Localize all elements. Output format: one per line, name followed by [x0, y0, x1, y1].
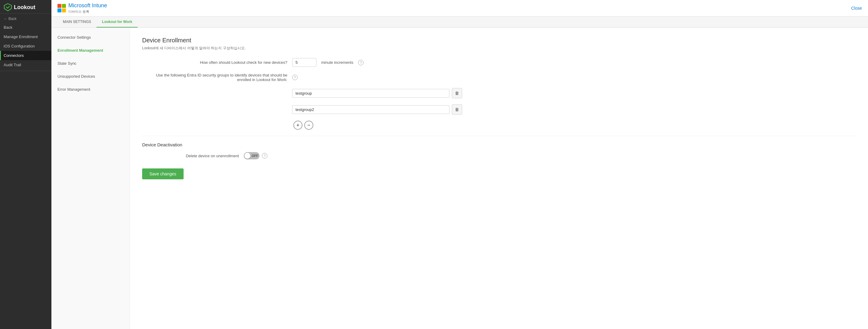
security-groups-help-icon[interactable]: ?: [292, 75, 298, 80]
sidebar: Lookout ← Back Back Manage Enrollment iO…: [0, 0, 52, 329]
check-frequency-help-icon[interactable]: ?: [358, 60, 364, 65]
group1-input[interactable]: [292, 89, 450, 98]
microsoft-logo: Microsoft Intune 디바이스 등록: [58, 2, 107, 14]
sub-nav: MAIN SETTINGS Lookout for Work: [52, 17, 868, 28]
add-group-button[interactable]: +: [293, 121, 303, 130]
sidebar-item-label: iOS Configuration: [4, 44, 35, 48]
header-ms-title: Microsoft Intune: [68, 2, 107, 9]
add-remove-row: + −: [293, 121, 856, 130]
group1-row: 🗑: [142, 88, 856, 98]
toggle-container: OFF ?: [244, 152, 267, 159]
form-area: Device Enrollment Lookout에 새 디바이스에서 어떻게 …: [130, 28, 868, 329]
sub-nav-main-settings[interactable]: MAIN SETTINGS: [58, 17, 96, 28]
ms-sq-blue: [58, 8, 61, 12]
sidebar-item-label: Manage Enrollment: [4, 34, 38, 39]
content-area: Connector Settings Enrollment Management…: [52, 28, 868, 329]
security-groups-label-row: Use the following Entra ID security grou…: [142, 73, 856, 82]
sidebar-item-label: Connectors: [4, 53, 24, 58]
header-subtitle: 디바이스 등록: [68, 9, 107, 14]
back-label: Back: [8, 17, 17, 21]
sidebar-logo: Lookout: [0, 0, 52, 13]
main-content: Microsoft Intune 디바이스 등록 Close MAIN SETT…: [52, 0, 868, 329]
group2-row: 🗑: [142, 104, 856, 114]
sidebar-item-device-groups[interactable]: Back: [0, 23, 52, 32]
top-header: Microsoft Intune 디바이스 등록 Close: [52, 0, 868, 17]
ms-squares-icon: [58, 4, 66, 12]
ms-sq-red: [58, 4, 61, 8]
device-deactivation-heading: Device Deactivation: [142, 142, 856, 147]
toggle-knob: [244, 153, 250, 159]
section-divider: [142, 136, 856, 136]
form-title: Device Enrollment: [142, 37, 856, 44]
ms-sq-yellow: [62, 8, 66, 12]
svg-marker-0: [4, 4, 11, 11]
save-changes-button[interactable]: Save changes: [142, 168, 184, 179]
sidebar-item-label: Audit Trail: [4, 63, 21, 67]
sidebar-back-button[interactable]: ← Back: [0, 15, 52, 23]
form-description: Lookout에 새 디바이스에서 어떻게 알려야 하는지 구성하십시오.: [142, 46, 354, 51]
sidebar-item-audit-trail[interactable]: Audit Trail: [0, 60, 52, 70]
side-menu-error-management[interactable]: Error Management: [52, 83, 130, 96]
delete-device-row: Delete device on unenrollment OFF ?: [142, 152, 856, 159]
sidebar-item-manage-enrollment[interactable]: Manage Enrollment: [0, 32, 52, 41]
toggle-state-label: OFF: [252, 154, 258, 158]
check-frequency-row: How often should Lookout check for new d…: [142, 58, 856, 67]
delete-device-label: Delete device on unenrollment: [142, 154, 239, 158]
sidebar-nav-section: ← Back Back Manage Enrollment iOS Config…: [0, 13, 52, 71]
delete-device-help-icon[interactable]: ?: [262, 153, 267, 159]
check-frequency-label: How often should Lookout check for new d…: [142, 60, 287, 65]
header-left: Microsoft Intune 디바이스 등록: [58, 2, 107, 14]
group1-delete-button[interactable]: 🗑: [452, 88, 462, 98]
logo-brand: Lookout: [4, 3, 48, 11]
delete-device-toggle[interactable]: OFF: [244, 152, 259, 159]
header-title-block: Microsoft Intune 디바이스 등록: [68, 2, 107, 14]
sidebar-item-ios-config[interactable]: iOS Configuration: [0, 41, 52, 51]
group2-input-container: 🗑: [292, 104, 462, 114]
side-menu-connector-settings[interactable]: Connector Settings: [52, 31, 130, 44]
back-arrow-icon: ←: [4, 17, 7, 21]
group1-input-container: 🗑: [292, 88, 462, 98]
side-menu-unsupported-devices[interactable]: Unsupported Devices: [52, 70, 130, 83]
ms-sq-green: [62, 4, 66, 8]
sidebar-item-connectors[interactable]: Connectors: [0, 51, 52, 60]
sidebar-item-label: Back: [4, 25, 12, 30]
lookout-logo-icon: [4, 3, 12, 11]
security-groups-label: Use the following Entra ID security grou…: [142, 73, 287, 82]
group2-input[interactable]: [292, 105, 450, 114]
sub-nav-lookout-for-work[interactable]: Lookout for Work: [96, 17, 137, 28]
frequency-unit-text: minute increments: [321, 60, 353, 65]
group2-delete-icon: 🗑: [455, 107, 459, 112]
group2-delete-button[interactable]: 🗑: [452, 104, 462, 114]
check-frequency-input[interactable]: [292, 58, 316, 67]
remove-group-button[interactable]: −: [304, 121, 313, 130]
group1-delete-icon: 🗑: [455, 91, 459, 96]
side-menu-state-sync[interactable]: State Sync: [52, 57, 130, 70]
side-menu-enrollment-management[interactable]: Enrollment Management: [52, 44, 130, 57]
side-menu: Connector Settings Enrollment Management…: [52, 28, 130, 329]
save-button-container: Save changes: [142, 165, 856, 179]
sidebar-brand-name: Lookout: [14, 4, 35, 10]
close-button[interactable]: Close: [851, 6, 862, 10]
